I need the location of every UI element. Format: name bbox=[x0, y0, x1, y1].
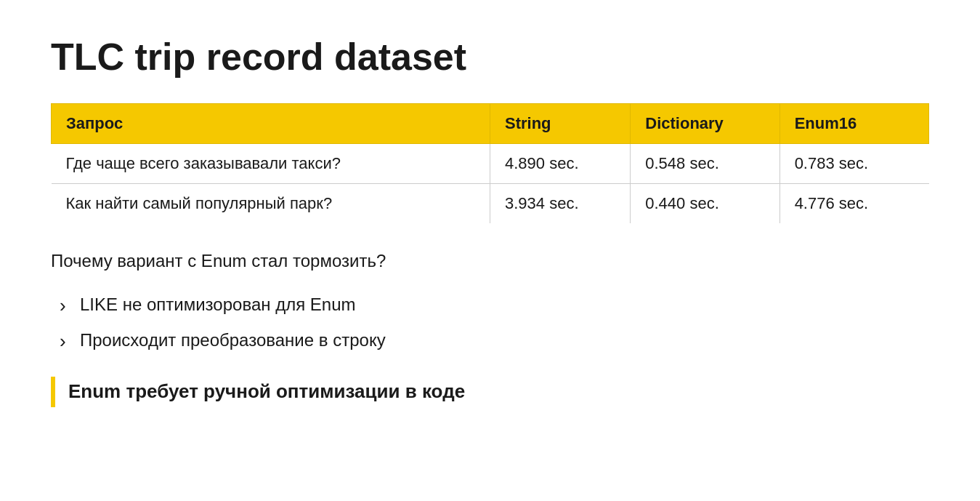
row2-query: Как найти самый популярный парк? bbox=[52, 184, 490, 224]
highlight-block: Enum требует ручной оптимизации в коде bbox=[51, 377, 929, 407]
col-header-enum: Enum16 bbox=[779, 104, 928, 144]
list-item: Происходит преобразование в строку bbox=[51, 322, 929, 358]
row2-enum: 4.776 sec. bbox=[779, 184, 928, 224]
analysis-question: Почему вариант с Enum стал тормозить? bbox=[51, 249, 929, 273]
table-header-row: Запрос String Dictionary Enum16 bbox=[52, 104, 929, 144]
page-title: TLC trip record dataset bbox=[51, 36, 929, 78]
col-header-dictionary: Dictionary bbox=[631, 104, 779, 144]
highlight-bar bbox=[51, 377, 55, 407]
row1-enum: 0.783 sec. bbox=[779, 144, 928, 184]
row2-dictionary: 0.440 sec. bbox=[631, 184, 779, 224]
data-table: Запрос String Dictionary Enum16 Где чаще… bbox=[51, 103, 929, 223]
col-header-string: String bbox=[490, 104, 631, 144]
table-row: Где чаще всего заказывавали такси? 4.890… bbox=[52, 144, 929, 184]
row1-string: 4.890 sec. bbox=[490, 144, 631, 184]
slide-container: TLC trip record dataset Запрос String Di… bbox=[0, 0, 980, 501]
table-row: Как найти самый популярный парк? 3.934 s… bbox=[52, 184, 929, 224]
row1-dictionary: 0.548 sec. bbox=[631, 144, 779, 184]
row1-query: Где чаще всего заказывавали такси? bbox=[52, 144, 490, 184]
bullet-list: LIKE не оптимизорован для Enum Происходи… bbox=[51, 286, 929, 358]
conclusion-text: Enum требует ручной оптимизации в коде bbox=[68, 380, 465, 404]
col-header-query: Запрос bbox=[52, 104, 490, 144]
row2-string: 3.934 sec. bbox=[490, 184, 631, 224]
list-item: LIKE не оптимизорован для Enum bbox=[51, 286, 929, 323]
